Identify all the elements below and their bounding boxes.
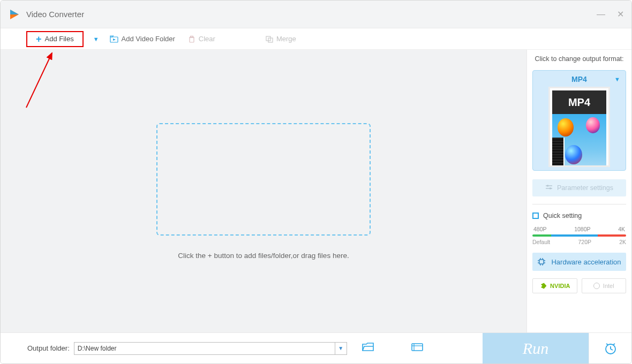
gpu-intel-chip[interactable]: Intel xyxy=(582,278,627,293)
alarm-clock-icon xyxy=(604,342,618,355)
clear-button[interactable]: Clear xyxy=(182,28,222,49)
output-format-caption: Click to change output format: xyxy=(532,55,626,63)
slider-bottom-label-2: 2K xyxy=(619,239,626,245)
add-files-label: Add Files xyxy=(45,35,74,43)
slider-bottom-label-0: Default xyxy=(532,239,550,245)
output-folder-label: Output folder: xyxy=(27,344,70,352)
large-plus-icon xyxy=(249,165,278,194)
slider-top-label-1: 1080P xyxy=(574,226,590,232)
gpu-nvidia-label: NVIDIA xyxy=(550,283,570,289)
run-button[interactable]: Run xyxy=(483,333,589,364)
sliders-icon xyxy=(545,184,553,192)
run-label: Run xyxy=(523,339,548,358)
merge-icon xyxy=(266,35,273,43)
quick-setting-label: Quick setting xyxy=(543,212,582,219)
hardware-acceleration-label: Hardware acceleration xyxy=(551,258,621,266)
gpu-nvidia-chip[interactable]: NVIDIA xyxy=(532,278,577,293)
parameter-settings-label: Parameter settings xyxy=(557,184,613,192)
add-video-folder-button[interactable]: Add Video Folder xyxy=(103,28,182,49)
svg-rect-2 xyxy=(190,36,193,37)
svg-line-29 xyxy=(613,344,615,345)
titlebar: Video Converter — ✕ xyxy=(1,1,631,28)
window-controls: — ✕ xyxy=(597,9,624,19)
svg-line-27 xyxy=(611,349,613,350)
app-title: Video Converter xyxy=(26,10,84,19)
clear-label: Clear xyxy=(199,35,215,43)
hardware-acceleration-button[interactable]: Hardware acceleration xyxy=(532,253,626,271)
intel-icon xyxy=(593,283,600,289)
app-window: Video Converter — ✕ + Add Files ▼ Add Vi… xyxy=(0,0,632,364)
svg-rect-13 xyxy=(539,260,544,264)
output-folder-dropdown-icon[interactable]: ▼ xyxy=(335,343,347,354)
minimize-icon[interactable]: — xyxy=(597,10,605,19)
slider-track[interactable] xyxy=(532,234,626,237)
bottombar: Output folder: ▼ Run xyxy=(1,332,631,363)
merge-label: Merge xyxy=(276,35,296,43)
svg-line-28 xyxy=(606,344,608,345)
folder-video-icon xyxy=(110,35,118,43)
svg-rect-12 xyxy=(550,188,551,189)
annotation-arrow xyxy=(20,50,84,113)
quality-slider[interactable]: 480P 1080P 4K Default 720P 2K xyxy=(532,226,626,245)
slider-handle-icon xyxy=(532,213,539,219)
add-video-folder-label: Add Video Folder xyxy=(122,35,175,43)
output-format-card[interactable]: MP4 ▼ MP4 xyxy=(532,70,626,171)
drop-box[interactable] xyxy=(156,123,371,236)
folder-settings-button[interactable] xyxy=(411,342,423,354)
add-files-button[interactable]: + Add Files xyxy=(26,31,84,47)
format-thumbnail-badge: MP4 xyxy=(552,90,606,114)
plus-icon: + xyxy=(36,34,42,44)
quick-setting-heading: Quick setting xyxy=(532,212,626,219)
app-logo-icon xyxy=(8,8,21,21)
svg-rect-10 xyxy=(547,185,548,187)
schedule-button[interactable] xyxy=(589,333,631,364)
nvidia-icon xyxy=(539,282,547,290)
close-icon[interactable]: ✕ xyxy=(617,9,624,19)
drop-caption: Click the + button to add files/folder,o… xyxy=(178,252,349,260)
trash-icon xyxy=(188,35,195,43)
slider-top-label-0: 480P xyxy=(533,226,547,232)
gpu-intel-label: Intel xyxy=(603,283,614,289)
open-folder-button[interactable] xyxy=(362,342,374,354)
parameter-settings-button[interactable]: Parameter settings xyxy=(532,179,626,196)
divider xyxy=(532,204,626,204)
output-format-label: MP4 xyxy=(571,75,587,84)
merge-button[interactable]: Merge xyxy=(259,28,303,49)
slider-top-label-2: 4K xyxy=(618,226,625,232)
svg-rect-22 xyxy=(412,344,423,351)
body: Click the + button to add files/folder,o… xyxy=(1,50,631,332)
right-panel: Click to change output format: MP4 ▼ MP4 xyxy=(526,50,631,332)
drop-area[interactable]: Click the + button to add files/folder,o… xyxy=(1,50,526,332)
output-folder-field[interactable]: ▼ xyxy=(74,342,347,355)
slider-bottom-label-1: 720P xyxy=(578,239,591,245)
format-thumbnail: MP4 xyxy=(548,87,610,167)
chevron-down-icon: ▼ xyxy=(614,76,620,82)
toolbar: + Add Files ▼ Add Video Folder Clear xyxy=(1,28,631,50)
add-files-dropdown-icon[interactable]: ▼ xyxy=(93,36,99,42)
svg-rect-1 xyxy=(190,37,194,42)
svg-line-6 xyxy=(26,53,52,108)
output-folder-input[interactable] xyxy=(74,343,335,354)
gpu-row: NVIDIA Intel xyxy=(532,278,626,293)
chip-icon xyxy=(537,257,546,266)
